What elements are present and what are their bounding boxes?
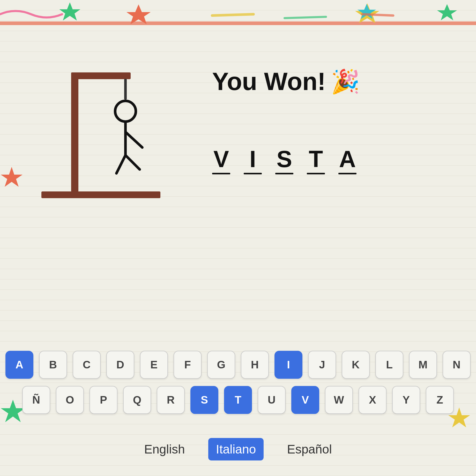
letter-underline-4 — [338, 173, 356, 174]
key-G[interactable]: G — [207, 351, 235, 379]
key-E[interactable]: E — [140, 351, 168, 379]
key-J[interactable]: J — [308, 351, 336, 379]
key-O[interactable]: O — [56, 386, 84, 414]
you-won-emoji: 🎉 — [331, 68, 360, 95]
gallows-drawing — [31, 52, 181, 207]
key-K[interactable]: K — [342, 351, 370, 379]
letter-char-3: T — [307, 147, 325, 171]
key-Ñ[interactable]: Ñ — [22, 386, 50, 414]
key-A[interactable]: A — [5, 351, 33, 379]
key-X[interactable]: X — [359, 386, 386, 414]
letter-slot-0: V — [212, 147, 230, 174]
svg-line-18 — [125, 132, 142, 147]
key-R[interactable]: R — [157, 386, 185, 414]
svg-point-16 — [115, 101, 136, 122]
letter-underline-2 — [275, 173, 293, 174]
key-F[interactable]: F — [174, 351, 202, 379]
keyboard-row-1: A B C D E F G H I J K L M N — [5, 351, 471, 379]
gallows-section — [31, 52, 191, 208]
svg-rect-13 — [71, 72, 78, 192]
keyboard-section: A B C D E F G H I J K L M N Ñ O P Q R S … — [0, 351, 476, 414]
key-C[interactable]: C — [73, 351, 101, 379]
keyboard-row-2: Ñ O P Q R S T U V W X Y Z — [22, 386, 454, 414]
left-star-decoration — [0, 166, 23, 189]
svg-rect-12 — [41, 191, 160, 198]
key-M[interactable]: M — [409, 351, 437, 379]
letter-char-0: V — [212, 147, 230, 171]
letter-underline-3 — [307, 173, 325, 174]
lang-italiano[interactable]: Italiano — [208, 438, 264, 460]
key-T[interactable]: T — [224, 386, 252, 414]
svg-rect-15 — [124, 79, 127, 100]
key-L[interactable]: L — [375, 351, 403, 379]
game-area: You Won! 🎉 V I — [0, 0, 476, 208]
word-display: V I S — [212, 147, 356, 174]
key-Z[interactable]: Z — [426, 386, 454, 414]
letter-slot-4: A — [338, 147, 356, 174]
svg-rect-14 — [71, 72, 131, 79]
key-Y[interactable]: Y — [392, 386, 420, 414]
language-section: English Italiano Español — [0, 438, 476, 460]
you-won-message: You Won! 🎉 — [212, 67, 360, 96]
lang-espanol[interactable]: Español — [279, 438, 339, 460]
lang-english[interactable]: English — [136, 438, 192, 460]
letter-slot-2: S — [275, 147, 293, 174]
svg-marker-9 — [1, 167, 23, 187]
right-section: You Won! 🎉 V I — [191, 52, 445, 174]
key-U[interactable]: U — [258, 386, 286, 414]
letter-char-2: S — [275, 147, 293, 171]
key-V[interactable]: V — [291, 386, 319, 414]
key-S[interactable]: S — [190, 386, 218, 414]
key-I[interactable]: I — [274, 351, 302, 379]
key-B[interactable]: B — [39, 351, 67, 379]
letter-char-1: I — [244, 147, 262, 171]
letter-slot-1: I — [244, 147, 262, 174]
letter-underline-0 — [212, 173, 230, 174]
key-W[interactable]: W — [325, 386, 353, 414]
letter-underline-1 — [244, 173, 262, 174]
svg-line-20 — [125, 155, 140, 169]
key-N[interactable]: N — [443, 351, 471, 379]
key-H[interactable]: H — [241, 351, 269, 379]
key-D[interactable]: D — [106, 351, 134, 379]
key-P[interactable]: P — [90, 386, 117, 414]
key-Q[interactable]: Q — [123, 386, 151, 414]
page: You Won! 🎉 V I — [0, 0, 476, 476]
you-won-label: You Won! — [212, 67, 326, 96]
letter-slot-3: T — [307, 147, 325, 174]
letter-char-4: A — [338, 147, 356, 171]
svg-line-19 — [116, 155, 125, 173]
